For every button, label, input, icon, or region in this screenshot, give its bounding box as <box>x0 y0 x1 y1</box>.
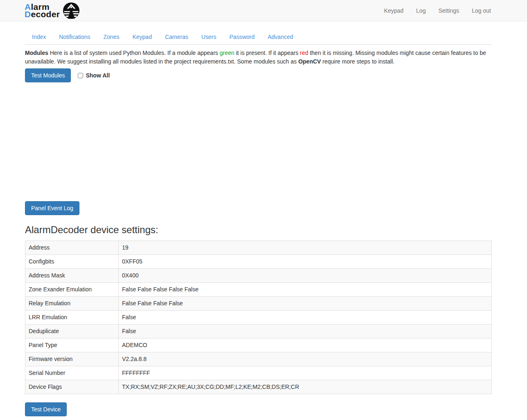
text-segment: it is present. If it appears <box>234 50 300 56</box>
setting-value: V2.2a.8.8 <box>119 352 492 366</box>
tab-users[interactable]: Users <box>195 30 223 44</box>
tab-notifications[interactable]: Notifications <box>52 30 97 44</box>
tab-index[interactable]: Index <box>25 30 52 44</box>
setting-label: Device Flags <box>25 380 119 394</box>
alarmdecoder-lighthouse-icon <box>63 2 80 19</box>
navbar-link-settings[interactable]: Settings <box>439 7 459 14</box>
setting-label: Address Mask <box>25 269 119 283</box>
tab-advanced[interactable]: Advanced <box>261 30 300 44</box>
setting-value: 19 <box>119 241 492 255</box>
text-segment: Modules <box>25 50 48 56</box>
tab-keypad[interactable]: Keypad <box>126 30 158 44</box>
modules-controls: Test Modules Show All <box>25 68 492 82</box>
table-row-firmware-version: Firmware versionV2.2a.8.8 <box>25 352 492 366</box>
setting-label: Configbits <box>25 255 119 269</box>
text-segment: Here is a list of system used Python Mod… <box>48 50 220 56</box>
modules-description: Modules Here is a list of system used Py… <box>25 49 492 66</box>
brand-line2: Decoder <box>25 11 60 18</box>
alarmdecoder-brand[interactable]: Alarm Decoder <box>25 2 80 19</box>
setting-value: 0XFF05 <box>119 255 492 269</box>
table-row-relay-emulation: Relay EmulationFalse False False False <box>25 297 492 311</box>
show-all-checkbox[interactable] <box>78 73 83 78</box>
table-row-deduplicate: DeduplicateFalse <box>25 325 492 338</box>
main-content: IndexNotificationsZonesKeypadCamerasUser… <box>0 30 492 416</box>
table-row-configbits: Configbits0XFF05 <box>25 255 492 269</box>
table-row-serial-number: Serial NumberFFFFFFFF <box>25 366 492 380</box>
setting-value: False False False False <box>119 297 492 311</box>
setting-label: LRR Emulation <box>25 311 119 325</box>
setting-value: False False False False False <box>119 283 492 297</box>
brand-line2-rest: ecoder <box>31 9 60 19</box>
setting-value: 0X400 <box>119 269 492 283</box>
tab-cameras[interactable]: Cameras <box>158 30 195 44</box>
setting-value: FFFFFFFF <box>119 366 492 380</box>
device-settings-heading: AlarmDecoder device settings: <box>25 224 492 236</box>
navbar-links: KeypadLogSettingsLog out <box>384 7 491 14</box>
setting-label: Deduplicate <box>25 325 119 338</box>
table-row-device-flags: Device FlagsTX;RX;SM;VZ;RF;ZX;RE;AU;3X;C… <box>25 380 492 394</box>
table-row-address-mask: Address Mask0X400 <box>25 269 492 283</box>
table-row-panel-type: Panel TypeADEMCO <box>25 338 492 352</box>
table-row-lrr-emulation: LRR EmulationFalse <box>25 311 492 325</box>
table-row-address: Address19 <box>25 241 492 255</box>
table-row-zone-exander-emulation: Zone Exander EmulationFalse False False … <box>25 283 492 297</box>
test-modules-button[interactable]: Test Modules <box>25 68 71 82</box>
text-segment: require more steps to install. <box>321 58 395 65</box>
setting-value: ADEMCO <box>119 338 492 352</box>
text-segment: green <box>219 50 234 56</box>
device-settings-table: Address19Configbits0XFF05Address Mask0X4… <box>25 241 492 394</box>
navbar-link-log[interactable]: Log <box>416 7 425 14</box>
setting-label: Panel Type <box>25 338 119 352</box>
modules-results-area <box>25 82 492 201</box>
test-device-button[interactable]: Test Device <box>25 402 67 416</box>
show-all-label: Show All <box>86 72 110 79</box>
navbar-link-keypad[interactable]: Keypad <box>384 7 403 14</box>
setting-label: Relay Emulation <box>25 297 119 311</box>
setting-label: Zone Exander Emulation <box>25 283 119 297</box>
tab-password[interactable]: Password <box>223 30 261 44</box>
brand-wordmark: Alarm Decoder <box>25 3 60 18</box>
setting-value: False <box>119 311 492 325</box>
text-segment: red <box>300 50 308 56</box>
top-navbar: Alarm Decoder KeypadLogSettingsLog out <box>0 0 527 21</box>
text-segment: OpenCV <box>298 58 321 65</box>
setting-label: Serial Number <box>25 366 119 380</box>
brand-letter-d: D <box>25 9 31 19</box>
tab-bar: IndexNotificationsZonesKeypadCamerasUser… <box>25 30 492 45</box>
setting-value: TX;RX;SM;VZ;RF;ZX;RE;AU;3X;CG;DD;MF;L2;K… <box>119 380 492 394</box>
tab-zones[interactable]: Zones <box>97 30 126 44</box>
device-settings-table-body: Address19Configbits0XFF05Address Mask0X4… <box>25 241 492 394</box>
setting-label: Address <box>25 241 119 255</box>
panel-event-log-button[interactable]: Panel Event Log <box>25 201 79 215</box>
show-all-control[interactable]: Show All <box>78 72 110 79</box>
navbar-link-log-out[interactable]: Log out <box>472 7 491 14</box>
setting-label: Firmware version <box>25 352 119 366</box>
setting-value: False <box>119 325 492 338</box>
